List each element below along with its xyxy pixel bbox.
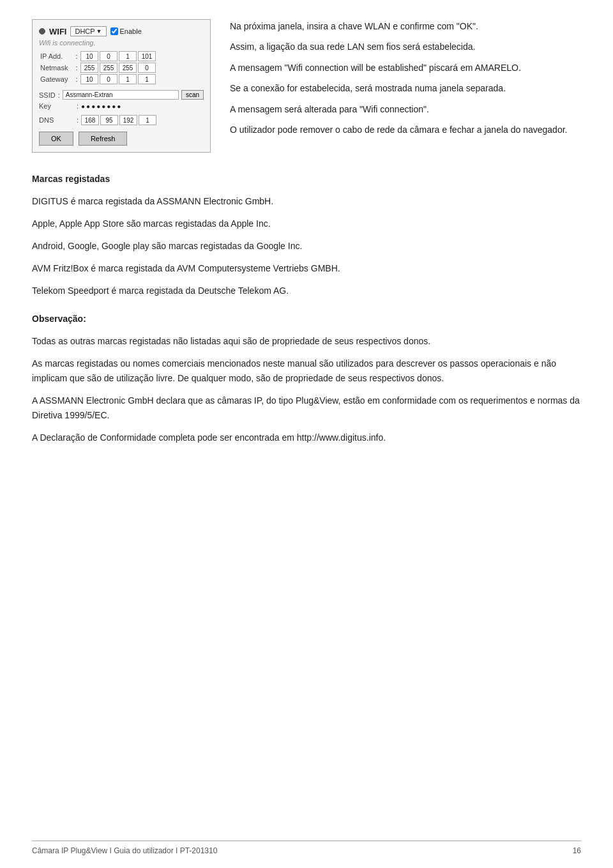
ip-octet-2[interactable]: 0: [100, 51, 117, 61]
ssid-row: SSID : Assmann-Extran scan: [39, 90, 204, 100]
ip-label: IP Add.: [39, 50, 74, 62]
wifi-label: WIFI: [49, 27, 66, 36]
trademarks-title: Marcas registadas: [32, 172, 581, 187]
netmask-row: Netmask : 255 255 255 0: [39, 62, 204, 73]
gateway-label: Gateway: [39, 73, 74, 85]
ssid-label: SSID: [39, 91, 56, 99]
trademark-line-4: AVM Fritz!Box é marca registada da AVM C…: [32, 261, 581, 276]
trademarks-section: Marcas registadas DIGITUS é marca regist…: [32, 172, 581, 299]
footer-title: Câmara IP Plug&View I Guia do utilizador…: [32, 846, 217, 855]
gateway-row: Gateway : 10 0 1 1: [39, 73, 204, 85]
instruction-para-4: Se a conexão for estabelecida, será most…: [230, 81, 581, 95]
observacao-para-3: A ASSMANN Electronic GmbH declara que as…: [32, 393, 581, 423]
trademark-line-3: Android, Google, Google play são marcas …: [32, 239, 581, 254]
wifi-config-panel: WIFI DHCP ▼ Enable Wifi is connecting. I…: [32, 19, 211, 153]
ip-field[interactable]: 10 0 1 101: [80, 51, 156, 61]
gateway-octet-2[interactable]: 0: [100, 74, 117, 84]
key-row: Key : ●●●●●●●●: [39, 102, 204, 110]
netmask-label: Netmask: [39, 62, 74, 73]
ip-octet-1[interactable]: 10: [80, 51, 98, 61]
ip-row: IP Add. : 10 0 1 101: [39, 50, 204, 62]
right-instructions: Na próxima janela, insira a chave WLAN e…: [230, 19, 581, 153]
observacao-para-4: A Declaração de Conformidade completa po…: [32, 430, 581, 445]
dns-row: DNS : 168 95 192 1: [39, 115, 204, 125]
gateway-octet-3[interactable]: 1: [119, 74, 137, 84]
netmask-octet-1[interactable]: 255: [80, 63, 98, 73]
netmask-octet-4[interactable]: 0: [138, 63, 156, 73]
wifi-fields-table: IP Add. : 10 0 1 101 Netmask :: [39, 50, 204, 85]
dns-octet-1[interactable]: 168: [81, 115, 99, 125]
dhcp-dropdown[interactable]: DHCP ▼: [70, 26, 106, 36]
gateway-octet-4[interactable]: 1: [138, 74, 156, 84]
panel-buttons: OK Refresh: [39, 132, 204, 146]
enable-checkbox-container[interactable]: Enable: [110, 27, 142, 35]
key-label: Key: [39, 102, 74, 110]
ip-octet-3[interactable]: 1: [119, 51, 137, 61]
ip-octet-4[interactable]: 101: [138, 51, 156, 61]
instruction-para-5: A mensagem será alterada para "Wifi conn…: [230, 102, 581, 116]
observacao-para-1: Todas as outras marcas registadas não li…: [32, 334, 581, 349]
dns-octet-4[interactable]: 1: [139, 115, 156, 125]
wifi-connecting-status: Wifi is connecting.: [39, 39, 204, 47]
ok-button[interactable]: OK: [39, 132, 73, 146]
refresh-button[interactable]: Refresh: [79, 132, 128, 146]
key-value[interactable]: ●●●●●●●●: [81, 103, 122, 110]
dns-octet-2[interactable]: 95: [100, 115, 118, 125]
netmask-octet-3[interactable]: 255: [119, 63, 137, 73]
trademark-line-5: Telekom Speedport é marca registada da D…: [32, 284, 581, 298]
scan-button[interactable]: scan: [181, 90, 204, 100]
dns-octet-3[interactable]: 192: [119, 115, 137, 125]
gateway-field[interactable]: 10 0 1 1: [80, 74, 156, 84]
instruction-para-2: Assim, a ligação da sua rede LAN sem fio…: [230, 40, 581, 54]
observacao-title: Observação:: [32, 312, 581, 326]
ssid-value[interactable]: Assmann-Extran: [63, 90, 179, 100]
footer: Câmara IP Plug&View I Guia do utilizador…: [32, 841, 581, 855]
gateway-octet-1[interactable]: 10: [80, 74, 98, 84]
observacao-para-2: As marcas registadas ou nomes comerciais…: [32, 356, 581, 386]
instruction-para-3: A mensagem "Wifi connection will be esta…: [230, 61, 581, 75]
netmask-field[interactable]: 255 255 255 0: [80, 63, 156, 73]
wifi-radio-button[interactable]: [39, 28, 45, 34]
trademark-line-1: DIGITUS é marca registada da ASSMANN Ele…: [32, 194, 581, 209]
trademark-line-2: Apple, Apple App Store são marcas regist…: [32, 217, 581, 231]
observacao-section: Observação: Todas as outras marcas regis…: [32, 312, 581, 446]
enable-checkbox[interactable]: [110, 27, 118, 35]
instruction-para-1: Na próxima janela, insira a chave WLAN e…: [230, 19, 581, 33]
instruction-para-6: O utilizador pode remover o cabo de rede…: [230, 123, 581, 137]
dns-label: DNS: [39, 116, 74, 124]
netmask-octet-2[interactable]: 255: [100, 63, 117, 73]
dns-field[interactable]: 168 95 192 1: [81, 115, 156, 125]
footer-page: 16: [573, 846, 581, 855]
dhcp-arrow-icon: ▼: [96, 28, 102, 34]
